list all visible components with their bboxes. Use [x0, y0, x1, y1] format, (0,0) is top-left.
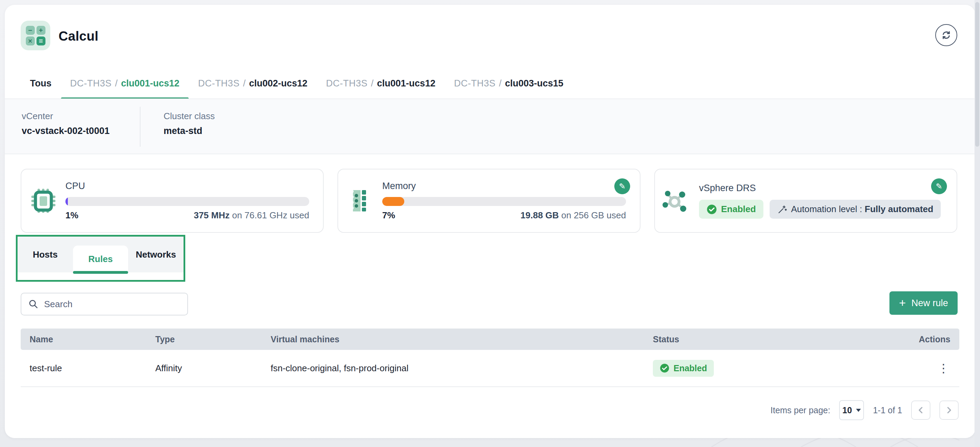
- previous-page-button[interactable]: [911, 401, 931, 420]
- column-header-name: Name: [21, 334, 146, 344]
- table-header-row: Name Type Virtual machines Status Action…: [21, 329, 959, 350]
- cpu-chip-icon: [21, 187, 65, 215]
- page-size-select[interactable]: 10: [839, 400, 864, 420]
- calculator-app-icon: − + × =: [21, 21, 50, 50]
- cluster-tab-clu002-ucs12[interactable]: DC-TH3S / clu002-ucs12: [189, 67, 317, 99]
- check-circle-icon: [706, 204, 717, 215]
- pencil-icon: ✎: [619, 182, 625, 191]
- items-per-page-label: Items per page:: [771, 405, 830, 415]
- cluster-tab-label: clu002-ucs12: [249, 78, 307, 89]
- refresh-button[interactable]: [935, 24, 957, 46]
- search-box: [21, 293, 188, 315]
- memory-used-value: 19.88 GB: [521, 210, 559, 220]
- separator: /: [499, 78, 502, 89]
- table-row[interactable]: test-rule Affinity fsn-clone-original, f…: [21, 350, 959, 387]
- rule-name-cell: test-rule: [21, 363, 146, 374]
- cluster-tab-clu001-ucs12[interactable]: DC-TH3S / clu001-ucs12: [61, 67, 189, 99]
- page-size-value: 10: [842, 405, 852, 415]
- pagination-range: 1-1 of 1: [873, 405, 902, 415]
- datacenter-prefix: DC-TH3S: [70, 78, 112, 89]
- cpu-card: CPU 1% 375 MHz on 76.61 GHz used: [21, 169, 324, 233]
- automation-value: Fully automated: [865, 204, 933, 214]
- drs-cluster-icon: [655, 186, 699, 216]
- drs-status-badge: Enabled: [699, 200, 764, 219]
- drs-card-title: vSphere DRS: [699, 183, 943, 194]
- drs-automation-text: Automation level : Fully automated: [791, 204, 933, 215]
- column-header-actions: Actions: [864, 334, 959, 344]
- separator: /: [243, 78, 246, 89]
- memory-card: Memory 7% 19.88 GB on 256 GB used ✎: [337, 169, 641, 233]
- vcenter-label: vCenter: [22, 111, 110, 122]
- separator: /: [371, 78, 374, 89]
- minus-icon: −: [26, 26, 35, 35]
- separator: /: [115, 78, 118, 89]
- sub-tab-bar: Hosts Rules Networks: [18, 237, 183, 272]
- search-icon: [28, 299, 38, 309]
- cluster-tab-label: clu003-ucs15: [505, 78, 563, 89]
- chevron-left-icon: [916, 406, 925, 415]
- datacenter-prefix: DC-TH3S: [198, 78, 240, 89]
- next-page-button[interactable]: [939, 401, 959, 420]
- pagination-bar: Items per page: 10 1-1 of 1: [771, 400, 959, 420]
- memory-usage-bar: [382, 197, 626, 206]
- refresh-icon: [941, 30, 952, 41]
- resource-cards: CPU 1% 375 MHz on 76.61 GHz used: [21, 169, 957, 233]
- column-header-status: Status: [644, 334, 864, 344]
- datacenter-prefix: DC-TH3S: [326, 78, 368, 89]
- plus-icon: +: [37, 26, 45, 35]
- tab-rules[interactable]: Rules: [73, 245, 129, 272]
- multiply-icon: ×: [26, 37, 35, 45]
- drs-automation-badge: Automation level : Fully automated: [770, 200, 941, 219]
- status-label: Enabled: [673, 363, 707, 373]
- vsphere-drs-card: vSphere DRS Enabled: [654, 169, 957, 233]
- cluster-tab-all[interactable]: Tous: [21, 67, 61, 99]
- vcenter-value: vc-vstack-002-t0001: [22, 126, 110, 136]
- cluster-info-band: vCenter vc-vstack-002-t0001 Cluster clas…: [5, 99, 975, 154]
- memory-usage-fill: [382, 197, 404, 206]
- row-actions-menu-button[interactable]: ⋮: [935, 359, 953, 377]
- rule-actions-cell: ⋮: [864, 359, 959, 377]
- edit-drs-button[interactable]: ✎: [931, 178, 947, 194]
- memory-usage-text: 19.88 GB on 256 GB used: [521, 210, 626, 221]
- tab-hosts[interactable]: Hosts: [18, 237, 73, 272]
- cpu-usage-text: 375 MHz on 76.61 GHz used: [194, 210, 309, 221]
- column-header-virtual-machines: Virtual machines: [262, 334, 644, 344]
- chevron-down-icon: [856, 409, 861, 412]
- memory-card-title: Memory: [382, 181, 626, 191]
- drs-status-label: Enabled: [721, 204, 756, 215]
- scrollbar-thumb[interactable]: [975, 2, 979, 147]
- cluster-class-value: meta-std: [164, 126, 215, 136]
- edit-memory-button[interactable]: ✎: [614, 178, 630, 194]
- search-input[interactable]: [44, 299, 180, 310]
- plus-icon: +: [899, 297, 906, 309]
- magic-wand-icon: [777, 205, 787, 214]
- check-circle-icon: [660, 363, 670, 373]
- pencil-icon: ✎: [935, 182, 942, 191]
- new-rule-label: New rule: [912, 298, 948, 309]
- cpu-used-value: 375 MHz: [194, 210, 230, 220]
- main-panel: − + × = Calcul Tous DC-TH3S / clu00: [5, 5, 975, 438]
- rule-type-cell: Affinity: [146, 363, 262, 374]
- cluster-tab-clu001-ucs12-b[interactable]: DC-TH3S / clu001-ucs12: [317, 67, 445, 99]
- cluster-tab-label: Tous: [30, 78, 52, 89]
- cpu-used-total: on 76.61 GHz used: [230, 210, 309, 220]
- status-badge: Enabled: [653, 360, 714, 377]
- screen: − + × = Calcul Tous DC-TH3S / clu00: [0, 0, 980, 447]
- tab-networks[interactable]: Networks: [128, 237, 183, 272]
- new-rule-button[interactable]: + New rule: [889, 291, 958, 315]
- datacenter-prefix: DC-TH3S: [454, 78, 495, 89]
- rule-vms-cell: fsn-clone-original, fsn-prod-original: [262, 363, 644, 374]
- scrollbar[interactable]: [975, 0, 980, 447]
- cluster-class-label: Cluster class: [164, 111, 215, 122]
- cluster-tab-clu003-ucs15[interactable]: DC-TH3S / clu003-ucs15: [445, 67, 573, 99]
- cpu-percent: 1%: [65, 210, 78, 221]
- column-header-type: Type: [146, 334, 262, 344]
- memory-used-total: on 256 GB used: [559, 210, 626, 220]
- cpu-usage-fill: [65, 197, 68, 206]
- rules-table: Name Type Virtual machines Status Action…: [21, 329, 959, 387]
- rule-status-cell: Enabled: [644, 360, 864, 377]
- page-title: Calcul: [59, 29, 99, 44]
- cpu-usage-bar: [65, 197, 309, 206]
- calculator-icon-tiles: − + × =: [26, 26, 45, 45]
- divider: [140, 107, 140, 147]
